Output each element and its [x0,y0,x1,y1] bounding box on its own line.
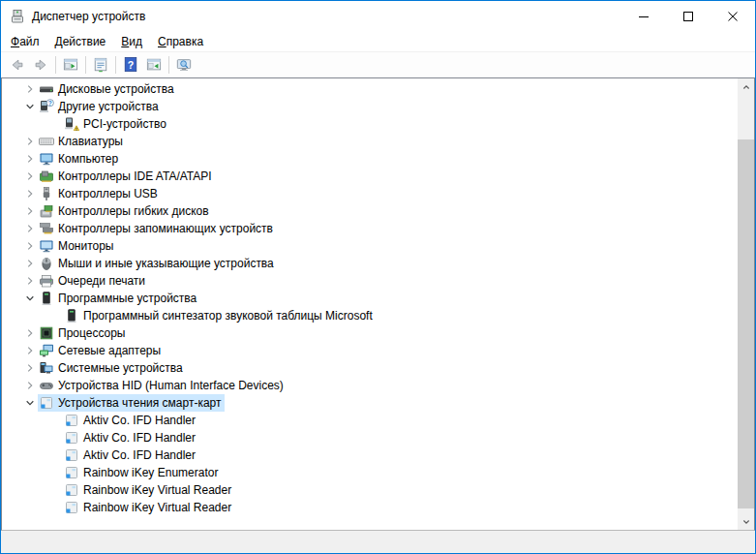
chevron-down-icon[interactable] [22,291,38,306]
tree-item-label[interactable]: Программные устройства [38,290,200,307]
software-device-icon [64,308,79,323]
usb-controller-icon [39,186,54,201]
tree-item[interactable]: Очереди печати [2,272,738,290]
tree-item[interactable]: Программный синтезатор звуковой таблицы … [2,307,738,324]
tree-item-label[interactable]: Дисковые устройства [38,80,178,98]
forward-button[interactable] [29,54,52,76]
vertical-scrollbar[interactable] [738,78,754,530]
tree-item-label[interactable]: Клавиатуры [38,133,127,150]
tree-item[interactable]: Мониторы [2,237,738,255]
tree-item-label[interactable]: Программный синтезатор звуковой таблицы … [63,307,377,324]
chevron-right-icon[interactable] [22,203,38,219]
tree-item-label[interactable]: Системные устройства [38,359,187,377]
scan-hardware-button[interactable] [172,54,196,76]
scroll-up-button[interactable] [738,78,754,95]
chevron-right-icon[interactable] [22,151,38,167]
tree-item-label[interactable]: Контроллеры USB [38,185,162,202]
close-button[interactable] [711,1,755,31]
tree-item[interactable]: Контроллеры гибких дисков [2,202,738,220]
tree-item[interactable]: Мыши и иные указывающие устройства [2,255,738,272]
menu-item-help[interactable]: Справка [150,33,211,50]
window-title: Диспетчер устройств [32,10,621,23]
tree-item[interactable]: Устройства HID (Human Interface Devices) [2,377,738,394]
tree-item[interactable]: Aktiv Co. IFD Handler [2,446,738,464]
tree-item-label[interactable]: Aktiv Co. IFD Handler [63,446,199,464]
tree-item[interactable]: Rainbow iKey Virtual Reader [2,481,738,499]
properties-button[interactable] [89,54,112,76]
chevron-right-icon[interactable] [22,169,38,184]
chevron-right-icon[interactable] [22,256,38,271]
help-button[interactable]: ? [119,54,142,76]
tree-item[interactable]: Контроллеры USB [2,185,738,202]
chevron-right-icon[interactable] [22,360,38,376]
tree-item-label[interactable]: PCI-устройство [63,115,170,133]
tree-item-label[interactable]: Контроллеры запоминающих устройств [38,220,277,237]
minimize-button[interactable] [621,1,666,31]
tree-item[interactable]: Устройства чтения смарт-карт [2,394,738,412]
scrollbar-thumb[interactable] [738,139,754,508]
scrollbar-track[interactable] [738,95,754,513]
tree-item-label[interactable]: Очереди печати [38,272,149,290]
tree-item-label[interactable]: ?Другие устройства [38,98,163,115]
maximize-button[interactable] [666,1,711,31]
storage-controller-icon [39,221,54,236]
tree-item-label[interactable]: Aktiv Co. IFD Handler [63,412,199,429]
tree-item[interactable]: Сетевые адаптеры [2,342,738,359]
chevron-right-icon[interactable] [22,378,38,393]
mouse-icon [39,256,54,271]
chevron-right-icon[interactable] [22,81,38,97]
smartcard-reader-icon [64,500,79,515]
tree-item-text: Сетевые адаптеры [58,344,161,357]
chevron-right-icon[interactable] [22,238,38,254]
tree-item-label[interactable]: Мыши и иные указывающие устройства [38,255,278,272]
chevron-right-icon[interactable] [22,273,38,289]
tree-item[interactable]: Клавиатуры [2,133,738,150]
tree-item[interactable]: Дисковые устройства [2,80,738,98]
tree-item[interactable]: Aktiv Co. IFD Handler [2,412,738,429]
menu-item-view[interactable]: Вид [113,33,150,50]
menu-item-file[interactable]: Файл [3,33,47,50]
tree-item[interactable]: Aktiv Co. IFD Handler [2,429,738,446]
chevron-down-icon[interactable] [22,99,38,114]
back-button[interactable] [6,54,29,76]
tree-item[interactable]: Процессоры [2,324,738,342]
chevron-down-icon[interactable] [22,395,38,411]
tree-item-label[interactable]: Rainbow iKey Virtual Reader [63,481,235,499]
console-tree-icon [63,57,78,73]
scroll-down-button[interactable] [738,513,754,530]
tree-item-label[interactable]: Контроллеры гибких дисков [38,202,213,220]
tree-item[interactable]: Компьютер [2,150,738,168]
tree-item[interactable]: PCI-устройство [2,115,738,133]
tree-item[interactable]: Программные устройства [2,290,738,307]
chevron-right-icon[interactable] [22,186,38,201]
tree-item-label[interactable]: Компьютер [38,150,122,168]
tree-item-label[interactable]: Rainbow iKey Enumerator [63,464,222,481]
chevron-right-icon[interactable] [22,221,38,236]
menu-item-action[interactable]: Действие [47,33,114,50]
device-manager-window: Диспетчер устройств ФайлДействиеВидСправ… [0,0,756,554]
chevron-right-icon[interactable] [22,134,38,149]
tree-item-label[interactable]: Сетевые адаптеры [38,342,165,359]
content-panel: Дисковые устройства?Другие устройстваPCI… [1,77,755,531]
action-pane-button[interactable] [142,54,166,76]
show-console-tree-button[interactable] [59,54,82,76]
status-bar [1,531,755,553]
tree-item[interactable]: ?Другие устройства [2,98,738,115]
scroll-down-icon [741,516,752,528]
chevron-right-icon[interactable] [22,343,38,358]
chevron-right-icon[interactable] [22,325,38,341]
tree-item-label[interactable]: Процессоры [38,324,130,342]
tree-item-label[interactable]: Мониторы [38,237,117,255]
tree-item[interactable]: Rainbow iKey Virtual Reader [2,499,738,516]
tree-item-label[interactable]: Устройства HID (Human Interface Devices) [38,377,287,394]
tree-item-label[interactable]: Rainbow iKey Virtual Reader [63,499,235,516]
tree-item[interactable]: Контроллеры IDE ATA/ATAPI [2,168,738,185]
tree-item-text: Другие устройства [58,100,159,113]
toolbar-separator [85,56,86,74]
tree-item[interactable]: Rainbow iKey Enumerator [2,464,738,481]
tree-item-label[interactable]: Контроллеры IDE ATA/ATAPI [38,168,216,185]
tree-item[interactable]: Системные устройства [2,359,738,377]
tree-item[interactable]: Контроллеры запоминающих устройств [2,220,738,237]
tree-item-label[interactable]: Устройства чтения смарт-карт [38,394,225,412]
tree-item-label[interactable]: Aktiv Co. IFD Handler [63,429,199,446]
